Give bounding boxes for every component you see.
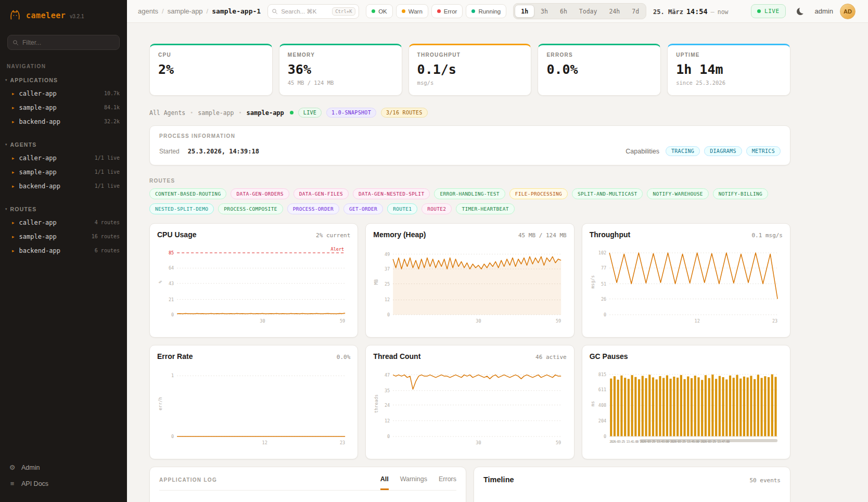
sidebar-nav-group: ▾ APPLICATIONS ▸ caller-app 10.7k ▸ samp… [0, 74, 127, 128]
route-chip-data-gen-nested-split[interactable]: DATA-GEN-NESTED-SPLIT [353, 188, 430, 199]
agent-crumb-all-agents[interactable]: All Agents [149, 109, 185, 117]
sidebar-item-sample-app[interactable]: ▸ sample-app 16 routes [0, 229, 127, 243]
chart-title: CPU Usage [157, 230, 196, 239]
svg-text:43: 43 [169, 281, 174, 286]
main-area: agents/sample-app/sample-app-1 Ctrl+K OK… [127, 0, 868, 502]
route-chip-notify-warehouse[interactable]: NOTIFY-WAREHOUSE [647, 188, 708, 199]
live-badge[interactable]: LIVE [751, 4, 786, 18]
svg-text:815: 815 [598, 372, 606, 377]
sidebar-footer-admin[interactable]: ⚙ Admin [8, 459, 119, 475]
avatar[interactable]: AD [840, 4, 856, 19]
breadcrumb: agents/sample-app/sample-app-1 [138, 7, 261, 15]
sidebar-item-sample-app[interactable]: ▸ sample-app 1/1 live [0, 165, 127, 179]
svg-text:msg/s: msg/s [590, 275, 595, 289]
log-tab-all[interactable]: All [380, 475, 389, 490]
sidebar-item-sample-app[interactable]: ▸ sample-app 84.1k [0, 100, 127, 114]
route-chip-split-and-multicast[interactable]: SPLIT-AND-MULTICAST [572, 188, 643, 199]
chart-meta: 0.1 msg/s [751, 232, 783, 239]
route-chip-process-composite[interactable]: PROCESS-COMPOSITE [218, 203, 283, 214]
time-range-3h[interactable]: 3h [535, 5, 554, 18]
breadcrumb-agents[interactable]: agents [138, 7, 158, 15]
time-label: 14:54 [686, 7, 708, 16]
route-chip-file-processing[interactable]: FILE-PROCESSING [509, 188, 568, 199]
timeline-header: Timeline 50 events [483, 475, 781, 484]
search-box: Ctrl+K [267, 4, 359, 19]
agent-crumb-sample-app[interactable]: sample-app [198, 109, 234, 117]
capability-chip-diagrams: DIAGRAMS [704, 146, 742, 156]
breadcrumb-sample-app[interactable]: sample-app [168, 7, 203, 15]
sidebar-group-items: ▸ caller-app 10.7k ▸ sample-app 84.1k ▸ … [0, 86, 127, 128]
sidebar-filter-input[interactable] [22, 39, 114, 46]
range-separator: — [711, 8, 714, 16]
status-filter-error[interactable]: Error [431, 4, 463, 18]
sidebar-group-agents[interactable]: ▾ AGENTS [0, 139, 127, 151]
time-range-24h[interactable]: 24h [603, 5, 626, 18]
route-chip-get-order[interactable]: GET-ORDER [343, 203, 383, 214]
search-input[interactable] [281, 8, 329, 15]
svg-text:26: 26 [601, 297, 606, 302]
sidebar-item-badge: 6 routes [95, 248, 120, 253]
chart-card-memory-heap-: Memory (Heap) 45 MB / 124 MB MB493725120… [365, 223, 574, 338]
log-tab-group: AllWarningsErrors [380, 475, 456, 490]
logo-text: cameleer [26, 11, 66, 20]
route-chip-nested-split-demo[interactable]: NESTED-SPLIT-DEMO [149, 203, 214, 214]
sidebar-item-backend-app[interactable]: ▸ backend-app 1/1 live [0, 179, 127, 193]
app-logo[interactable]: cameleer v3.2.1 [0, 0, 127, 30]
search-icon [12, 40, 19, 46]
route-chip-error-handling-test[interactable]: ERROR-HANDLING-TEST [434, 188, 505, 199]
time-range-7d[interactable]: 7d [626, 5, 645, 18]
route-chip-route2[interactable]: ROUTE2 [422, 203, 452, 214]
chart-title: Memory (Heap) [373, 230, 426, 239]
time-range-1h[interactable]: 1h [515, 5, 534, 18]
stat-value: 36% [288, 62, 393, 77]
status-filter-warn[interactable]: Warn [396, 4, 428, 18]
route-chip-timer-heartbeat[interactable]: TIMER-HEARTBEAT [456, 203, 514, 214]
agent-bar-separator: • [239, 110, 242, 115]
sidebar-item-label: backend-app [19, 118, 60, 125]
svg-text:1: 1 [171, 373, 174, 378]
sidebar-item-caller-app[interactable]: ▸ caller-app 10.7k [0, 86, 127, 100]
stat-label: MEMORY [288, 52, 393, 58]
timeline-title: Timeline [483, 475, 514, 484]
sidebar-group-label: AGENTS [10, 141, 37, 148]
route-chip-route1[interactable]: ROUTE1 [387, 203, 417, 214]
sidebar-item-caller-app[interactable]: ▸ caller-app 1/1 live [0, 151, 127, 165]
svg-text:0: 0 [171, 434, 174, 439]
sidebar-filter [7, 35, 120, 50]
started-label: Started [159, 148, 180, 155]
sidebar-item-caller-app[interactable]: ▸ caller-app 4 routes [0, 215, 127, 229]
route-chip-data-gen-files[interactable]: DATA-GEN-FILES [293, 188, 349, 199]
dark-mode-toggle[interactable] [793, 4, 808, 19]
charts-grid: CPU Usage 2% current %856443210Alert3059… [149, 223, 790, 459]
svg-text:23: 23 [340, 440, 345, 445]
sidebar-footer-api-docs[interactable]: ≡ API Docs [8, 475, 119, 492]
sidebar-group-items: ▸ caller-app 1/1 live ▸ sample-app 1/1 l… [0, 151, 127, 193]
log-tab-warnings[interactable]: Warnings [400, 475, 427, 490]
stat-label: CPU [158, 52, 264, 58]
svg-text:12: 12 [694, 318, 699, 324]
route-chip-data-gen-orders[interactable]: DATA-GEN-ORDERS [231, 188, 289, 199]
chart-card-error-rate: Error Rate 0.0% err/h101223 [149, 345, 358, 459]
status-filter-ok[interactable]: OK [366, 4, 393, 18]
sidebar-group-applications[interactable]: ▾ APPLICATIONS [0, 74, 127, 86]
menu-icon: ≡ [8, 480, 16, 487]
svg-text:30: 30 [260, 318, 265, 324]
chart-meta: 45 MB / 124 MB [518, 232, 567, 239]
chevron-right-icon: ▸ [12, 170, 15, 175]
sidebar-item-backend-app[interactable]: ▸ backend-app 6 routes [0, 243, 127, 258]
route-chip-content-based-routing[interactable]: CONTENT-BASED-ROUTING [149, 188, 226, 199]
topbar: agents/sample-app/sample-app-1 Ctrl+K OK… [127, 0, 868, 23]
time-range-6h[interactable]: 6h [554, 5, 573, 18]
log-tab-errors[interactable]: Errors [439, 475, 456, 490]
svg-text:64: 64 [169, 265, 174, 271]
svg-text:102: 102 [598, 250, 606, 255]
sidebar-item-backend-app[interactable]: ▸ backend-app 32.2k [0, 114, 127, 128]
started-value: 25.3.2026, 14:39:18 [188, 148, 259, 155]
route-chip-process-order[interactable]: PROCESS-ORDER [287, 203, 339, 214]
route-chip-notify-billing[interactable]: NOTIFY-BILLING [713, 188, 768, 199]
sidebar-group-routes[interactable]: ▾ ROUTES [0, 203, 127, 215]
status-filter-running[interactable]: Running [466, 4, 506, 18]
sidebar-nav-group: ▾ AGENTS ▸ caller-app 1/1 live ▸ sample-… [0, 139, 127, 193]
sidebar-item-label: caller-app [19, 155, 57, 162]
time-range-today[interactable]: Today [573, 5, 603, 18]
